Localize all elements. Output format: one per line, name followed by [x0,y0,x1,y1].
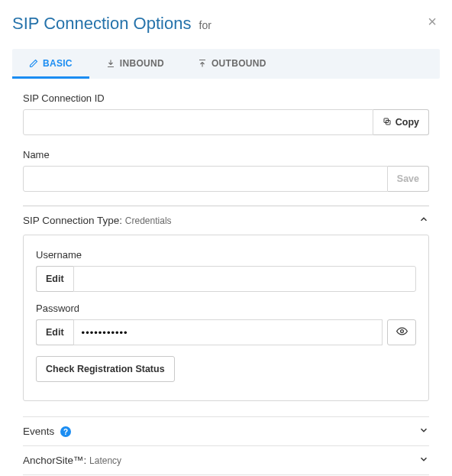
chevron-down-icon [418,454,429,467]
eye-icon [396,325,408,339]
sip-id-input[interactable] [23,109,373,135]
password-edit-button[interactable]: Edit [36,319,73,345]
tab-inbound-label: INBOUND [120,58,164,69]
page-title-main: SIP Connection Options [12,14,191,33]
inbound-icon [106,59,115,68]
username-label: Username [36,249,416,261]
section-anchorsite[interactable]: AnchorSite™: Latency [23,445,429,474]
password-label: Password [36,303,416,314]
section-events[interactable]: Events ? [23,416,429,445]
save-button[interactable]: Save [388,166,429,192]
close-icon: × [428,13,437,30]
page-title-for: for [199,19,211,31]
pencil-icon [29,59,38,68]
credentials-panel: Username Edit Password Edit Check Regist… [23,235,429,401]
tab-basic[interactable]: BASIC [12,49,89,79]
password-input[interactable] [73,319,382,345]
outbound-icon [198,59,207,68]
section-events-title: Events ? [23,426,71,438]
check-registration-button[interactable]: Check Registration Status [36,356,175,382]
tab-outbound-label: OUTBOUND [211,58,266,69]
username-edit-button[interactable]: Edit [36,266,73,292]
name-label: Name [23,149,429,160]
tab-inbound[interactable]: INBOUND [89,49,181,79]
copy-button[interactable]: Copy [373,109,429,135]
copy-icon [383,117,392,128]
section-connection-type-title: SIP Connection Type: Credentials [23,215,172,226]
reveal-password-button[interactable] [387,319,416,345]
save-button-label: Save [397,173,419,184]
chevron-down-icon [418,425,429,438]
sip-id-label: SIP Connection ID [23,92,429,104]
tab-basic-label: BASIC [43,58,73,69]
section-anchorsite-title: AnchorSite™: Latency [23,455,121,466]
svg-point-2 [400,330,403,333]
name-input[interactable] [23,166,388,192]
copy-button-label: Copy [396,117,419,128]
tab-outbound[interactable]: OUTBOUND [181,49,283,79]
username-input[interactable] [73,266,416,292]
chevron-up-icon [418,214,429,227]
tab-bar: BASIC INBOUND OUTBOUND [12,49,440,79]
help-icon: ? [60,426,71,437]
close-button[interactable]: × [425,14,440,29]
section-connection-type[interactable]: SIP Connection Type: Credentials [23,206,429,235]
page-title: SIP Connection Options for [12,14,211,34]
